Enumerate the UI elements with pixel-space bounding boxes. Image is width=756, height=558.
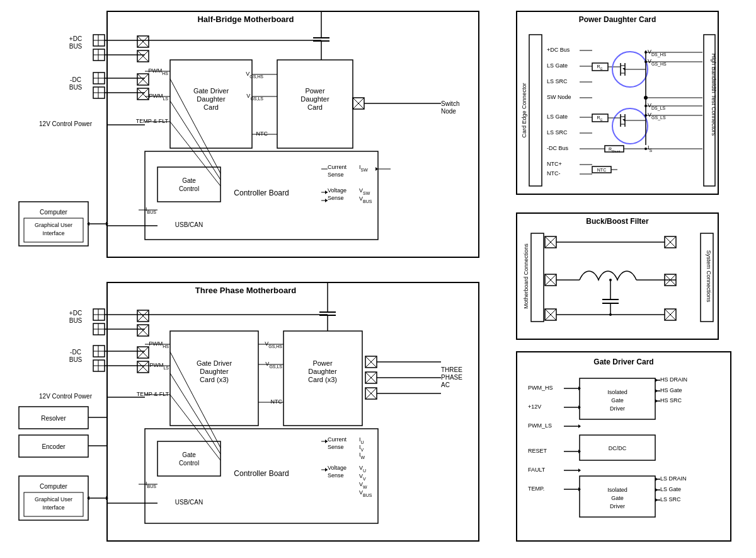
main-container: Half-Bridge Motherboard +DC BUS -DC BUS … bbox=[0, 0, 756, 558]
svg-text:Card (x3): Card (x3) bbox=[200, 376, 229, 383]
svg-text:HS SRC: HS SRC bbox=[660, 397, 682, 404]
svg-text:NTC-: NTC- bbox=[547, 170, 561, 177]
svg-text:AC: AC bbox=[441, 381, 450, 388]
svg-point-320 bbox=[609, 279, 612, 281]
svg-text:NTC: NTC bbox=[256, 131, 268, 137]
svg-marker-363 bbox=[655, 399, 658, 403]
svg-marker-263 bbox=[622, 119, 625, 122]
svg-text:Isolated: Isolated bbox=[607, 389, 627, 395]
svg-text:Card: Card bbox=[307, 103, 323, 111]
svg-text:VGS_HS: VGS_HS bbox=[648, 58, 667, 67]
svg-text:LS Gate: LS Gate bbox=[547, 62, 568, 69]
svg-text:High Bandwidth Test Connectors: High Bandwidth Test Connectors bbox=[711, 54, 717, 136]
svg-point-274 bbox=[644, 51, 647, 54]
svg-point-255 bbox=[612, 108, 648, 144]
svg-text:Card Edge Connector: Card Edge Connector bbox=[521, 83, 527, 137]
svg-text:Voltage: Voltage bbox=[328, 465, 346, 471]
svg-text:NTC+: NTC+ bbox=[547, 161, 562, 167]
svg-rect-100 bbox=[107, 282, 479, 541]
svg-text:LS SRC: LS SRC bbox=[547, 78, 568, 84]
svg-text:USB/CAN: USB/CAN bbox=[175, 221, 203, 228]
svg-text:LS Gate: LS Gate bbox=[547, 113, 568, 120]
svg-text:Controller Board: Controller Board bbox=[234, 469, 289, 478]
svg-text:LS Gate: LS Gate bbox=[660, 486, 681, 492]
svg-point-276 bbox=[644, 61, 647, 63]
svg-text:IU: IU bbox=[359, 436, 364, 445]
svg-text:LS SRC: LS SRC bbox=[547, 129, 568, 136]
svg-text:IS: IS bbox=[648, 144, 653, 153]
svg-text:VV: VV bbox=[359, 473, 366, 481]
svg-text:LS DRAIN: LS DRAIN bbox=[660, 475, 687, 482]
svg-text:Current: Current bbox=[328, 164, 347, 170]
svg-marker-367 bbox=[655, 488, 658, 492]
svg-text:-DC: -DC bbox=[70, 349, 81, 356]
svg-text:BUS: BUS bbox=[69, 356, 83, 363]
svg-text:Interface: Interface bbox=[42, 230, 64, 236]
svg-text:VBUS: VBUS bbox=[359, 489, 372, 497]
svg-text:Power: Power bbox=[305, 87, 325, 95]
svg-text:IV: IV bbox=[359, 444, 364, 452]
svg-text:Sense: Sense bbox=[328, 444, 344, 450]
svg-line-99 bbox=[170, 122, 220, 186]
svg-text:Gate: Gate bbox=[611, 495, 624, 501]
svg-text:VGS_LS: VGS_LS bbox=[648, 112, 666, 120]
svg-text:Isolated: Isolated bbox=[607, 487, 627, 493]
svg-text:Daughter: Daughter bbox=[200, 368, 229, 375]
svg-text:Power Daughter Card: Power Daughter Card bbox=[579, 15, 656, 24]
svg-text:NTC: NTC bbox=[597, 168, 606, 172]
svg-text:BUS: BUS bbox=[69, 317, 83, 324]
svg-text:Driver: Driver bbox=[610, 503, 625, 509]
svg-rect-68 bbox=[158, 167, 220, 202]
svg-text:TEMP & FLT: TEMP & FLT bbox=[136, 118, 169, 124]
svg-rect-177 bbox=[158, 441, 220, 476]
svg-marker-359 bbox=[655, 378, 658, 382]
svg-rect-0 bbox=[107, 11, 479, 257]
svg-text:Encoder: Encoder bbox=[42, 443, 66, 450]
svg-line-215 bbox=[170, 395, 220, 460]
svg-text:+DC: +DC bbox=[69, 35, 82, 42]
svg-text:+DC Bus: +DC Bus bbox=[547, 47, 570, 53]
svg-text:Gate Driver: Gate Driver bbox=[193, 87, 229, 95]
svg-text:Gate: Gate bbox=[182, 177, 196, 184]
svg-marker-369 bbox=[655, 498, 658, 502]
svg-text:Control: Control bbox=[179, 460, 199, 467]
svg-text:Daughter: Daughter bbox=[197, 95, 226, 103]
svg-text:VDS_LS: VDS_LS bbox=[648, 102, 666, 111]
svg-marker-339 bbox=[578, 468, 581, 472]
svg-text:Daughter: Daughter bbox=[308, 368, 337, 375]
svg-text:Gate Driver: Gate Driver bbox=[197, 359, 232, 367]
svg-text:Sense: Sense bbox=[328, 472, 344, 479]
svg-text:12V Control Power: 12V Control Power bbox=[39, 393, 93, 400]
svg-text:HS Gate: HS Gate bbox=[660, 387, 682, 393]
svg-text:SW Node: SW Node bbox=[547, 94, 571, 100]
svg-text:FAULT: FAULT bbox=[528, 467, 546, 473]
svg-point-282 bbox=[644, 114, 647, 117]
svg-text:VW: VW bbox=[359, 481, 367, 489]
svg-text:Node: Node bbox=[441, 108, 456, 115]
svg-text:PWM_LS: PWM_LS bbox=[528, 422, 552, 429]
svg-text:Power: Power bbox=[312, 359, 333, 367]
svg-text:Computer: Computer bbox=[40, 483, 68, 490]
svg-text:Gate: Gate bbox=[182, 451, 196, 458]
svg-marker-361 bbox=[655, 389, 658, 393]
svg-text:TEMP & FLT: TEMP & FLT bbox=[137, 391, 169, 397]
svg-text:HS DRAIN: HS DRAIN bbox=[660, 376, 687, 383]
svg-text:Sense: Sense bbox=[328, 195, 344, 201]
diagram-svg: Half-Bridge Motherboard +DC BUS -DC BUS … bbox=[0, 0, 756, 558]
svg-text:THREE: THREE bbox=[441, 366, 462, 373]
svg-text:Voltage: Voltage bbox=[328, 187, 346, 194]
svg-text:Control: Control bbox=[179, 185, 199, 192]
svg-text:PHASE: PHASE bbox=[441, 374, 462, 381]
svg-text:VDS_HS: VDS_HS bbox=[648, 49, 667, 57]
svg-text:Half-Bridge Motherboard: Half-Bridge Motherboard bbox=[197, 15, 294, 24]
svg-text:BUS: BUS bbox=[69, 43, 83, 50]
svg-text:Graphical User: Graphical User bbox=[35, 222, 72, 228]
svg-text:-DC: -DC bbox=[70, 76, 81, 83]
svg-text:ISW: ISW bbox=[359, 164, 368, 172]
svg-text:Interface: Interface bbox=[42, 504, 64, 511]
svg-point-321 bbox=[609, 313, 612, 316]
svg-text:PWM_HS: PWM_HS bbox=[528, 385, 553, 391]
svg-text:USB/CAN: USB/CAN bbox=[175, 499, 203, 506]
svg-text:Card (x3): Card (x3) bbox=[308, 376, 337, 383]
svg-text:Daughter: Daughter bbox=[301, 95, 329, 103]
